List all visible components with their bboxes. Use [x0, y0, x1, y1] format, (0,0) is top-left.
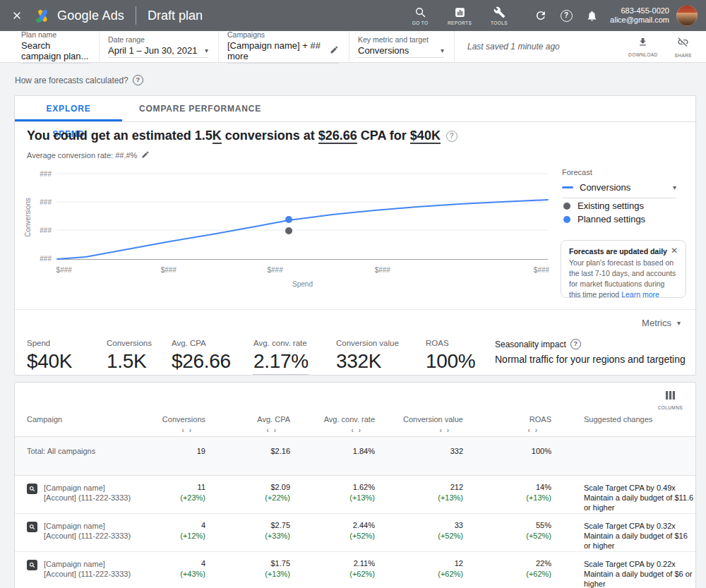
suggested-changes-cell: Scale Target CPA by 0.32xMaintain a dail… — [584, 521, 695, 551]
headline-editable-value[interactable]: $26.66 — [318, 128, 357, 144]
metric-label: ROAS — [426, 339, 475, 347]
diff-toggle-icon[interactable]: ‹ › — [290, 426, 375, 434]
total-cell: 100% — [463, 447, 551, 455]
tab-compare-performance[interactable]: COMPARE PERFORMANCE — [122, 96, 278, 121]
learn-more-link[interactable]: Learn more — [621, 290, 659, 299]
search-campaign-icon — [27, 522, 37, 532]
series-selector[interactable]: Conversions ▾ — [562, 182, 676, 198]
chevron-down-icon: ▾ — [677, 319, 681, 327]
seasonality-label: Seasonality impact — [495, 340, 566, 349]
help-icon[interactable]: ? — [446, 131, 457, 142]
tab-explore-spend[interactable]: EXPLORE SPEND — [15, 96, 122, 121]
suggested-changes-cell: Scale Target CPA by 0.49xMaintain a dail… — [584, 483, 695, 512]
plan-name-label: Plan name — [21, 30, 89, 39]
date-range-label: Date range — [108, 35, 208, 44]
info-card-body: Your plan's forecast is based on the las… — [569, 258, 678, 300]
columns-button[interactable]: COLUMNS — [658, 390, 683, 410]
google-ads-draft-plan-page: { "colors":{"accent_blue":"#1a73e8","cha… — [0, 0, 706, 588]
suggestion-line: Maintain a daily budget of $11.6 or high… — [584, 493, 695, 512]
help-icon[interactable]: ? — [133, 75, 143, 85]
refresh-icon[interactable] — [531, 6, 551, 25]
campaign-name-cell[interactable]: [Campaign name][Account] (111-222-3333) — [44, 559, 131, 579]
column-header-conversions[interactable]: Conversions — [121, 415, 205, 424]
planned-settings-marker[interactable] — [285, 216, 292, 223]
notifications-bell-icon[interactable] — [582, 6, 602, 25]
total-cell: 332 — [375, 447, 463, 455]
goto-button[interactable]: GO TO — [405, 6, 435, 25]
metric-label: Conversion value — [336, 339, 399, 347]
x-tick-label: $### — [375, 266, 391, 274]
wrench-icon — [493, 6, 505, 18]
legend-existing-settings: Existing settings — [563, 200, 644, 211]
date-range-field[interactable]: Date range April 1 – Jun 30, 2021▾ — [108, 31, 219, 62]
cell-delta: (+43%) — [121, 570, 205, 578]
cell-delta: (+52%) — [375, 532, 463, 540]
headline-text-segment: You could get an estimated 1.5 — [27, 128, 213, 143]
search-campaign-icon — [27, 560, 37, 570]
forecast-help-text: How are forecasts calculated? — [15, 76, 128, 85]
info-card-title: Forecasts are updated daily — [569, 247, 667, 256]
close-icon[interactable]: ✕ — [671, 247, 678, 254]
chevron-down-icon: ▾ — [205, 47, 208, 54]
reports-button[interactable]: REPORTS — [445, 6, 474, 25]
forecast-headline: You could get an estimated 1.5K conversi… — [27, 128, 457, 143]
tools-label: TOOLS — [491, 20, 508, 25]
table-row: [Campaign name][Account] (111-222-3333)4… — [15, 552, 695, 588]
campaign-name: [Campaign name] — [44, 559, 131, 569]
conversions-forecast-line — [57, 200, 548, 259]
search-campaign-icon — [27, 484, 37, 494]
metric-cell: 1.62%(+13%) — [290, 483, 375, 502]
y-axis-title: Conversions — [24, 198, 32, 237]
tools-button[interactable]: TOOLS — [484, 6, 514, 25]
suggestion-line: Scale Target CPA by 0.22x — [584, 559, 695, 569]
suggestion-line: Scale Target CPA by 0.32x — [584, 521, 695, 531]
edit-pencil-icon[interactable] — [330, 45, 339, 56]
total-cell: 19 — [121, 447, 205, 455]
column-header-campaign[interactable]: Campaign — [27, 415, 112, 424]
cell-value: 22% — [463, 559, 551, 568]
account-name: [Account] (111-222-3333) — [44, 531, 131, 541]
legend-planned-label: Planned settings — [578, 214, 645, 224]
cell-value: 212 — [375, 483, 463, 491]
diff-toggle-icon[interactable]: ‹ › — [205, 426, 290, 434]
y-tick-label: ### — [40, 227, 52, 234]
planned-settings-dot-icon — [563, 216, 570, 223]
metrics-divider — [15, 309, 695, 310]
diff-toggle-icon[interactable]: ‹ › — [375, 426, 463, 434]
help-icon[interactable]: ? — [556, 6, 576, 25]
column-header-conversion-value[interactable]: Conversion value — [375, 415, 463, 424]
download-button[interactable]: DOWNLOAD — [628, 37, 657, 57]
help-icon[interactable]: ? — [570, 339, 581, 349]
headline-editable-value[interactable]: K — [213, 128, 222, 144]
metric-value: 332K — [336, 350, 399, 373]
existing-settings-marker[interactable] — [285, 227, 292, 234]
metric-cell: 2.44%(+52%) — [290, 521, 375, 540]
column-header-suggested-changes[interactable]: Suggested changes — [584, 415, 690, 424]
campaigns-field[interactable]: Campaigns [Campaign name] + ## more — [227, 31, 349, 62]
y-tick-label: ### — [40, 255, 52, 263]
existing-settings-dot-icon — [563, 203, 570, 210]
key-metric-value: Conversions — [358, 45, 409, 56]
campaign-name-cell[interactable]: [Campaign name][Account] (111-222-3333) — [44, 521, 131, 541]
metric-cell: 4(+12%) — [121, 521, 205, 540]
close-icon[interactable] — [8, 7, 25, 24]
metric-value[interactable]: 2.17% — [253, 350, 309, 375]
diff-toggle-icon[interactable]: ‹ › — [463, 426, 551, 434]
diff-toggle-icon[interactable]: ‹ › — [121, 426, 205, 434]
key-metric-field[interactable]: Key metric and target Conversions▾ — [358, 31, 455, 62]
series-line-swatch-icon — [562, 186, 573, 188]
column-header-roas[interactable]: ROAS — [463, 415, 551, 424]
metric-avg-conv-rate: Avg. conv. rate2.17% — [253, 339, 309, 375]
account-info[interactable]: 683-455-0020 alice@gmail.com — [610, 6, 669, 25]
metrics-dropdown[interactable]: Metrics ▾ — [642, 318, 681, 328]
headline-editable-value[interactable]: $40K — [410, 128, 441, 144]
avatar[interactable] — [676, 5, 698, 26]
edit-pencil-icon[interactable] — [141, 150, 150, 160]
table-row: [Campaign name][Account] (111-222-3333)1… — [15, 476, 695, 514]
campaign-name-cell[interactable]: [Campaign name][Account] (111-222-3333) — [44, 483, 131, 503]
cell-delta: (+33%) — [205, 532, 290, 540]
column-header-avg-conv-rate[interactable]: Avg. conv. rate — [290, 415, 375, 424]
share-button[interactable]: SHARE — [675, 36, 692, 58]
column-header-avg-cpa[interactable]: Avg. CPA — [205, 415, 290, 424]
plan-name-field[interactable]: Plan name Search campaign plan... — [21, 31, 100, 62]
